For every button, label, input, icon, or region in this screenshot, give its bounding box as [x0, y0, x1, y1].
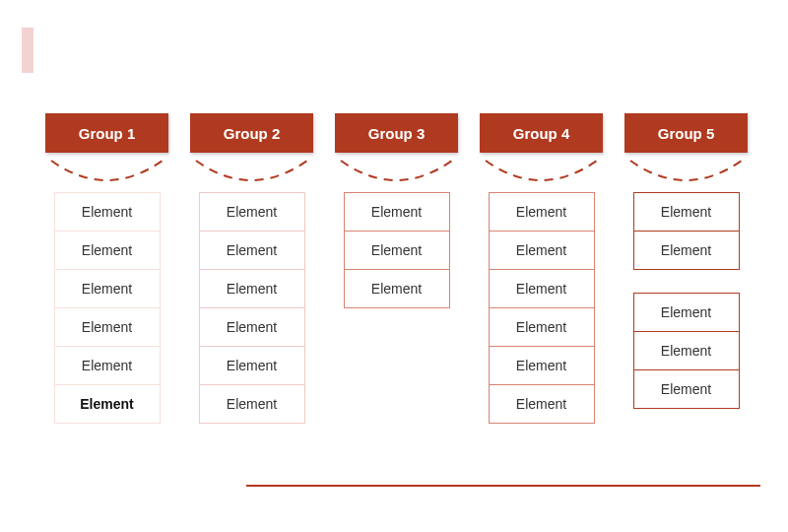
element-box: Element — [633, 293, 740, 332]
element-box: Element — [633, 331, 740, 370]
element-box: Element — [489, 269, 595, 308]
dashed-arc-icon — [45, 159, 168, 184]
group-column-1: Group 1 Element Element Element Element … — [45, 113, 168, 424]
element-box: Element — [344, 231, 450, 270]
section-gap — [633, 270, 740, 294]
element-box: Element — [54, 192, 161, 232]
group-header: Group 5 — [624, 113, 748, 153]
group-column-5: Group 5 Element Element Element Element … — [624, 113, 748, 424]
group-column-2: Group 2 Element Element Element Element … — [190, 113, 313, 424]
element-box: Element — [54, 231, 161, 270]
element-box: Element — [344, 269, 450, 308]
group-header: Group 4 — [480, 113, 603, 153]
group-header: Group 1 — [45, 113, 168, 153]
element-list: Element Element Element Element Element … — [489, 192, 595, 424]
group-header: Group 3 — [335, 113, 458, 153]
element-box: Element — [54, 269, 161, 308]
element-box: Element — [489, 307, 595, 347]
element-box: Element — [344, 192, 450, 232]
element-box: Element — [489, 346, 595, 385]
element-box: Element — [199, 269, 305, 308]
element-box: Element — [199, 307, 305, 347]
element-box: Element — [54, 384, 161, 424]
element-list: Element Element Element Element Element — [633, 192, 740, 409]
element-box: Element — [633, 369, 740, 409]
element-list: Element Element Element Element Element … — [199, 192, 305, 424]
accent-bar — [22, 28, 33, 73]
element-box: Element — [199, 231, 305, 270]
element-box: Element — [199, 384, 305, 424]
element-box: Element — [489, 231, 595, 270]
group-column-4: Group 4 Element Element Element Element … — [480, 113, 603, 424]
group-header: Group 2 — [190, 113, 313, 153]
dashed-arc-icon — [335, 159, 458, 184]
footer-divider — [246, 485, 760, 487]
dashed-arc-icon — [480, 159, 603, 184]
element-box: Element — [199, 192, 305, 232]
element-box: Element — [633, 192, 740, 232]
element-box: Element — [54, 346, 161, 385]
element-box: Element — [633, 231, 740, 270]
element-box: Element — [54, 307, 161, 347]
element-list: Element Element Element — [344, 192, 450, 308]
element-box: Element — [489, 384, 595, 424]
element-box: Element — [199, 346, 305, 385]
dashed-arc-icon — [190, 159, 313, 184]
group-columns: Group 1 Element Element Element Element … — [45, 113, 748, 424]
element-box: Element — [489, 192, 595, 232]
element-list: Element Element Element Element Element … — [54, 192, 161, 424]
dashed-arc-icon — [624, 159, 748, 184]
group-column-3: Group 3 Element Element Element — [335, 113, 458, 424]
